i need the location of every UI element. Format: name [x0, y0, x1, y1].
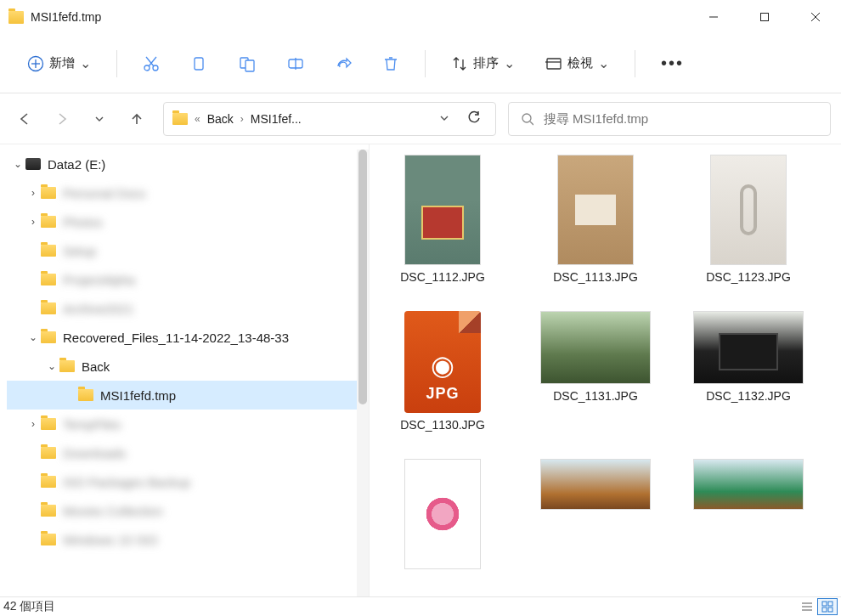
- tree-label: MSI1fefd.tmp: [100, 388, 176, 403]
- breadcrumb-seg-current[interactable]: MSI1fef...: [251, 112, 302, 126]
- tree-item-recovered[interactable]: ⌄Recovered_Files_11-14-2022_13-48-33: [7, 323, 369, 352]
- divider: [635, 50, 635, 77]
- file-item[interactable]: [536, 459, 655, 569]
- tree-label: ISO Packages Backup: [63, 475, 190, 489]
- thumbnails-view-button[interactable]: [817, 598, 838, 615]
- file-item[interactable]: DSC_1132.JPG: [689, 311, 808, 432]
- back-button[interactable]: [10, 105, 39, 133]
- maximize-button[interactable]: [739, 0, 790, 34]
- nav-arrows: [10, 105, 151, 133]
- address-bar[interactable]: « Back › MSI1fef...: [163, 102, 496, 136]
- rename-icon: [287, 55, 304, 72]
- tree-item[interactable]: ›Archive2021: [7, 294, 369, 323]
- tree-item[interactable]: ›TempFiles: [7, 410, 369, 438]
- svg-rect-23: [822, 602, 827, 606]
- svg-rect-13: [246, 60, 254, 71]
- new-label: 新增: [49, 55, 75, 71]
- rename-button[interactable]: [275, 45, 316, 82]
- tree-item[interactable]: ›Setup: [7, 236, 369, 265]
- svg-line-19: [530, 122, 533, 125]
- scrollbar-thumb[interactable]: [358, 150, 367, 404]
- folder-icon: [8, 11, 24, 24]
- content-pane[interactable]: DSC_1112.JPG DSC_1113.JPG DSC_1123.JPG ◉…: [370, 144, 841, 596]
- ellipsis-icon: •••: [661, 54, 684, 73]
- breadcrumb-seg-back[interactable]: Back: [207, 112, 234, 126]
- tree-label: Setup: [63, 244, 96, 258]
- tree-label: Archive2021: [63, 302, 133, 316]
- share-button[interactable]: [323, 45, 364, 82]
- details-view-button[interactable]: [797, 598, 817, 615]
- file-item[interactable]: DSC_1131.JPG: [536, 311, 655, 432]
- drive-icon: [25, 158, 41, 170]
- file-item[interactable]: DSC_1123.JPG: [689, 155, 808, 284]
- sort-button[interactable]: 排序 ⌄: [439, 45, 527, 82]
- file-item[interactable]: [383, 459, 502, 569]
- tree-item[interactable]: ›Downloads: [7, 438, 369, 467]
- file-item[interactable]: [689, 459, 808, 569]
- share-icon: [335, 55, 352, 72]
- tree-item[interactable]: ›Photos: [7, 207, 369, 236]
- toolbar: 新增 ⌄ 排序 ⌄ 檢視 ⌄ •••: [0, 34, 841, 93]
- tree-scrollbar[interactable]: [357, 150, 369, 596]
- minimize-button[interactable]: [688, 0, 739, 34]
- tree-item-current[interactable]: ›MSI1fefd.tmp: [7, 381, 369, 410]
- folder-icon: [41, 534, 56, 545]
- file-item[interactable]: ◉ JPG DSC_1130.JPG: [383, 311, 502, 432]
- tree-item[interactable]: ›Personal Docs: [7, 178, 369, 207]
- tree-label: TempFiles: [63, 417, 121, 432]
- thumbnail: [404, 155, 481, 265]
- chevron-right-icon: ›: [240, 113, 244, 125]
- search-box[interactable]: [508, 102, 831, 136]
- chevron-down-icon: ⌄: [504, 55, 515, 71]
- chevron-down-icon: ⌄: [598, 55, 609, 71]
- view-label: 檢視: [567, 55, 593, 71]
- item-count: 42 個項目: [3, 599, 55, 614]
- search-input[interactable]: [544, 111, 818, 126]
- tree-item[interactable]: ›ProjectAlpha: [7, 265, 369, 294]
- paste-button[interactable]: [226, 45, 268, 82]
- tree-item-back[interactable]: ⌄Back: [7, 352, 369, 381]
- copy-button[interactable]: [178, 45, 219, 82]
- svg-point-18: [522, 114, 531, 122]
- folder-icon: [41, 216, 56, 228]
- address-dropdown[interactable]: [434, 108, 454, 130]
- up-button[interactable]: [122, 105, 151, 133]
- folder-icon: [41, 245, 56, 257]
- forward-button[interactable]: [48, 105, 76, 133]
- chevron-right-icon: ›: [25, 187, 41, 199]
- close-button[interactable]: [790, 0, 841, 34]
- new-button[interactable]: 新增 ⌄: [15, 45, 103, 82]
- thumbnail: [404, 459, 481, 569]
- tree-item[interactable]: ›ISO Packages Backup: [7, 467, 369, 496]
- svg-rect-24: [828, 602, 833, 606]
- file-item[interactable]: DSC_1113.JPG: [536, 155, 655, 284]
- refresh-button[interactable]: [461, 106, 487, 132]
- chevron-down-icon: ⌄: [25, 331, 41, 343]
- plus-circle-icon: [27, 55, 44, 72]
- file-item[interactable]: DSC_1112.JPG: [383, 155, 502, 284]
- chevron-right-icon: ›: [25, 216, 41, 228]
- thumbnail: [693, 459, 804, 510]
- svg-rect-26: [828, 608, 833, 612]
- delete-button[interactable]: [370, 45, 411, 82]
- tree-item-drive[interactable]: ⌄Data2 (E:): [7, 150, 369, 178]
- tree-item[interactable]: ›Windows 10 ISO: [7, 525, 369, 554]
- file-name: DSC_1131.JPG: [553, 389, 638, 403]
- jpg-file-icon: ◉ JPG: [404, 311, 481, 413]
- thumbnail-grid: DSC_1112.JPG DSC_1113.JPG DSC_1123.JPG ◉…: [383, 155, 841, 569]
- tree-label: Windows 10 ISO: [63, 533, 158, 547]
- folder-icon: [41, 302, 56, 314]
- main-area: ⌄Data2 (E:) ›Personal Docs ›Photos ›Setu…: [0, 144, 841, 596]
- view-button[interactable]: 檢視 ⌄: [533, 45, 621, 82]
- chevron-right-icon: ›: [25, 418, 41, 430]
- folder-icon: [172, 113, 188, 125]
- more-button[interactable]: •••: [649, 45, 696, 82]
- cut-button[interactable]: [131, 45, 172, 82]
- tree-item[interactable]: ›Movies Collection: [7, 496, 369, 525]
- recent-button[interactable]: [85, 105, 114, 133]
- chevron-down-icon: ⌄: [10, 158, 25, 170]
- chevron-down-icon: ⌄: [44, 360, 59, 372]
- eye-icon: ◉: [431, 349, 454, 381]
- folder-icon: [41, 447, 56, 459]
- tree-label: Recovered_Files_11-14-2022_13-48-33: [63, 331, 289, 345]
